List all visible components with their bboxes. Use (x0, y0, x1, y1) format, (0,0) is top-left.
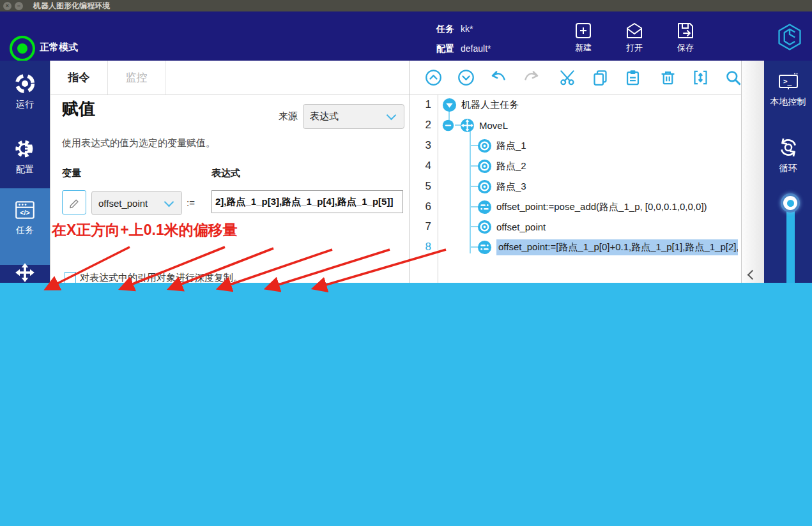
tree-row-label: offset_point:=pose_add(路点_1_p, [0,0,0.1,… (496, 201, 707, 213)
undo-icon[interactable] (490, 69, 507, 86)
instruction-panel: 指令 监控 赋值 来源 表达式 使用表达式的值为选定的变量赋值。 变量 表达式 … (50, 61, 410, 283)
panel-collapse-strip[interactable] (741, 61, 765, 283)
expression-input[interactable]: 2],路点_1_p[3],路点_1_p[4],路点_1_p[5]] (211, 190, 403, 213)
code-window-icon: </> (13, 199, 36, 221)
expand-all-icon[interactable] (457, 69, 475, 86)
edit-variable-button[interactable] (62, 190, 86, 214)
sidebar-item-run-label: 运行 (16, 99, 34, 109)
save-button-label: 保存 (677, 43, 694, 52)
redo-icon[interactable] (523, 69, 540, 86)
header: 正常模式 任务kk* 配置default* 新建 打开 保存 (0, 11, 812, 61)
tree-row[interactable]: 路点_1 (438, 135, 742, 156)
close-icon[interactable]: × (3, 2, 11, 10)
line-number: 3 (412, 135, 431, 156)
status-indicator-icon (10, 36, 35, 61)
delete-icon[interactable] (659, 69, 677, 86)
cut-icon[interactable] (559, 69, 576, 86)
tree-row[interactable]: 机器人主任务 (438, 94, 742, 115)
assign-symbol: := (187, 197, 195, 208)
pencil-icon (68, 196, 80, 209)
collapse-node-icon[interactable] (442, 98, 457, 112)
line-number: 5 (412, 176, 431, 197)
speed-slider-handle[interactable] (781, 193, 800, 213)
collapse-minus-icon[interactable] (442, 119, 454, 132)
page-title: 赋值 (62, 98, 95, 120)
assign-icon[interactable] (477, 240, 492, 255)
assign-icon[interactable] (477, 200, 492, 214)
program-tree-rows: 机器人主任务MoveL路点_1路点_2路点_3offset_point:=pos… (438, 94, 742, 283)
deep-copy-checkbox[interactable] (65, 272, 76, 283)
line-number: 1 (412, 94, 431, 115)
sidebar-item-task[interactable]: </> 任务 (0, 188, 50, 265)
line-number: 8 (412, 237, 431, 257)
paste-icon[interactable] (624, 69, 641, 86)
line-number: 4 (412, 156, 431, 176)
sidebar-item-local-control[interactable]: >_ 本地控制 (764, 72, 812, 108)
new-button[interactable]: 新建 (563, 20, 604, 54)
tree-row[interactable]: offset_point (438, 216, 742, 237)
minimize-icon[interactable]: − (15, 2, 23, 10)
terminal-icon: >_ (777, 72, 800, 93)
tree-row[interactable]: offset_point:=pose_add(路点_1_p, [0,0,0.1,… (438, 197, 742, 217)
tree-row-label: MoveL (479, 120, 508, 131)
run-icon (13, 72, 36, 95)
waypoint-icon[interactable] (477, 159, 492, 174)
brand-logo-icon (777, 23, 802, 51)
sidebar-item-config[interactable]: 配置 (0, 137, 50, 176)
left-sidebar: 运行 配置 </> 任务 (0, 61, 50, 283)
new-button-label: 新建 (575, 43, 592, 52)
copy-icon[interactable] (592, 69, 609, 86)
collapse-all-icon[interactable] (425, 69, 442, 86)
save-icon (675, 20, 696, 41)
tree-row-label: 路点_3 (496, 181, 526, 193)
window-title: 机器人图形化编程环境 (33, 1, 110, 11)
chevron-down-icon (387, 110, 397, 121)
waypoint-icon[interactable] (477, 179, 492, 194)
config-row: 配置default* (436, 43, 491, 55)
program-tree-panel: 12345678 机器人主任务MoveL路点_1路点_2路点_3offset_p… (409, 61, 742, 283)
sidebar-item-run[interactable]: 运行 (0, 72, 50, 110)
waypoint-icon[interactable] (477, 220, 492, 234)
waypoint-icon[interactable] (477, 139, 492, 153)
open-file-icon (624, 20, 645, 41)
line-number: 2 (412, 115, 431, 135)
swap-icon[interactable] (692, 69, 709, 86)
variable-label: 变量 (62, 167, 81, 179)
loop-icon (777, 136, 800, 159)
tree-toolbar (410, 61, 742, 95)
line-number: 6 (412, 197, 431, 217)
source-select-value: 表达式 (303, 110, 384, 123)
instruction-description: 使用表达式的值为选定的变量赋值。 (62, 137, 215, 149)
new-file-icon (573, 20, 594, 41)
task-value: kk* (461, 24, 473, 34)
task-label: 任务 (436, 24, 454, 34)
tree-row[interactable]: offset_point:=[路点_1_p[0]+0.1,路点_1_p[1],路… (438, 237, 742, 257)
source-label: 来源 (279, 110, 298, 123)
move-node-icon (460, 118, 475, 133)
sidebar-item-loop-label: 循环 (779, 163, 797, 173)
tab-instruction[interactable]: 指令 (50, 61, 108, 94)
tree-row[interactable]: 路点_3 (438, 176, 742, 197)
annotation-text: 在X正方向+上0.1米的偏移量 (52, 220, 238, 240)
line-number: 7 (412, 216, 431, 237)
tree-row-label: 机器人主任务 (461, 99, 519, 111)
mode-label: 正常模式 (40, 41, 78, 54)
tree-row[interactable]: 路点_2 (438, 156, 742, 176)
svg-text:</>: </> (20, 209, 29, 216)
search-icon[interactable] (724, 69, 742, 86)
tree-row[interactable]: MoveL (438, 115, 742, 135)
speed-slider-track[interactable] (786, 203, 795, 283)
sidebar-item-loop[interactable]: 循环 (764, 136, 812, 174)
variable-select[interactable]: offset_point (91, 191, 182, 215)
tab-monitor[interactable]: 监控 (108, 61, 165, 94)
variable-select-value: offset_point (92, 198, 162, 209)
sidebar-item-local-label: 本地控制 (770, 96, 806, 107)
gear-icon (13, 137, 36, 160)
task-row: 任务kk* (436, 24, 473, 35)
source-select[interactable]: 表达式 (303, 104, 404, 129)
save-button[interactable]: 保存 (665, 20, 706, 54)
line-numbers: 12345678 (410, 94, 438, 283)
tree-row-label: offset_point (496, 222, 546, 232)
move-arrows-icon (14, 262, 36, 283)
open-button[interactable]: 打开 (614, 20, 655, 54)
